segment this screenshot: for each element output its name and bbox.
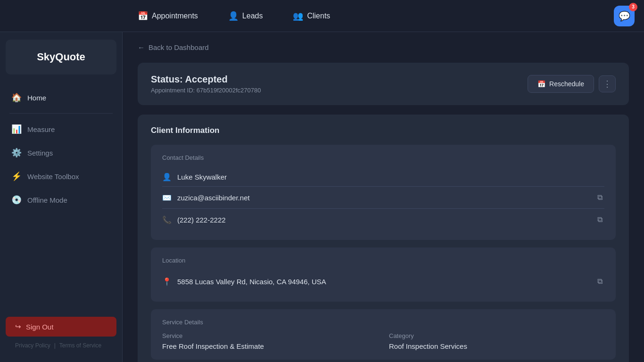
person-icon: 👤 [162, 173, 172, 181]
service-grid: Service Free Roof Inspection & Estimate … [162, 332, 604, 350]
main-layout: SkyQuote 🏠 Home 📊 Measure ⚙️ Settings ⚡ … [0, 32, 644, 362]
status-title: Status: Accepted [151, 74, 261, 85]
status-info: Status: Accepted Appointment ID: 67b519f… [151, 74, 261, 94]
category-label: Category [389, 332, 604, 339]
footer-separator: | [54, 342, 56, 349]
brand-logo: SkyQuote [6, 40, 116, 74]
contact-details-section: Contact Details 👤 Luke Skywalker ✉️ zuzi… [151, 145, 616, 240]
contact-name: 👤 Luke Skywalker [162, 173, 227, 181]
copy-phone-button[interactable]: ⧉ [595, 214, 604, 226]
sidebar-item-measure[interactable]: 📊 Measure [0, 117, 122, 141]
sidebar-nav: 🏠 Home 📊 Measure ⚙️ Settings ⚡ Website T… [0, 82, 122, 309]
service-col: Service Free Roof Inspection & Estimate [162, 332, 378, 350]
notification-button[interactable]: 💬 3 [614, 6, 635, 26]
location-icon: 📍 [162, 277, 172, 286]
location-section: Location 📍 5858 Lucas Valley Rd, Nicasio… [151, 247, 616, 302]
sidebar-offline-label: Offline Mode [27, 196, 67, 204]
terms-of-service-link[interactable]: Terms of Service [59, 342, 101, 349]
contact-name-value: Luke Skywalker [177, 173, 227, 181]
sidebar-footer: ↪ Sign Out Privacy Policy | Terms of Ser… [0, 309, 122, 362]
location-section-label: Location [162, 257, 604, 264]
sidebar-measure-label: Measure [27, 125, 55, 133]
category-value: Roof Inspection Services [389, 342, 604, 350]
more-icon: ⋮ [603, 79, 611, 89]
sign-out-label: Sign Out [26, 323, 53, 331]
privacy-policy-link[interactable]: Privacy Policy [15, 342, 50, 349]
signout-icon: ↪ [15, 322, 21, 331]
sidebar-item-settings[interactable]: ⚙️ Settings [0, 141, 122, 165]
nav-clients-label: Clients [307, 12, 330, 20]
service-label: Service [162, 332, 378, 339]
measure-icon: 📊 [11, 124, 22, 134]
back-link-label: Back to Dashboard [149, 43, 209, 51]
contact-section-label: Contact Details [162, 154, 604, 161]
service-details-section: Service Details Service Free Roof Inspec… [151, 309, 616, 360]
address-row: 📍 5858 Lucas Valley Rd, Nicasio, CA 9494… [162, 271, 604, 292]
email-icon: ✉️ [162, 193, 172, 202]
reschedule-label: Reschedule [549, 80, 584, 88]
more-options-button[interactable]: ⋮ [599, 75, 616, 92]
leads-icon: 👤 [228, 11, 239, 21]
reschedule-button[interactable]: 📅 Reschedule [528, 75, 594, 93]
nav-appointments[interactable]: 📅 Appointments [132, 7, 204, 25]
status-actions: 📅 Reschedule ⋮ [528, 75, 616, 93]
sidebar-divider-1 [9, 113, 113, 114]
sign-out-button[interactable]: ↪ Sign Out [6, 317, 116, 337]
appointments-icon: 📅 [138, 11, 148, 21]
appointment-id: Appointment ID: 67b519f20002fc270780 [151, 87, 261, 94]
category-col: Category Roof Inspection Services [389, 332, 604, 350]
sidebar-item-home[interactable]: 🏠 Home [0, 86, 122, 109]
sidebar-toolbox-label: Website Toolbox [27, 173, 79, 181]
calendar-icon: 📅 [537, 80, 545, 88]
contact-email-value: zuzica@asciibinder.net [177, 194, 250, 202]
top-nav-items: 📅 Appointments 👤 Leads 👥 Clients [132, 7, 336, 25]
contact-email: ✉️ zuzica@asciibinder.net [162, 193, 250, 202]
status-card: Status: Accepted Appointment ID: 67b519f… [138, 63, 629, 105]
footer-links: Privacy Policy | Terms of Service [6, 337, 116, 354]
nav-leads-label: Leads [242, 12, 263, 20]
address: 📍 5858 Lucas Valley Rd, Nicasio, CA 9494… [162, 277, 326, 286]
top-nav-right: 📅 Appointments 👤 Leads 👥 Clients 💬 3 [123, 7, 644, 25]
service-value: Free Roof Inspection & Estimate [162, 342, 378, 350]
clients-icon: 👥 [293, 11, 303, 21]
sidebar-home-label: Home [27, 94, 46, 102]
contact-name-row: 👤 Luke Skywalker [162, 168, 604, 187]
settings-icon: ⚙️ [11, 148, 22, 158]
sidebar-item-offline-mode[interactable]: 💿 Offline Mode [0, 188, 122, 212]
nav-leads[interactable]: 👤 Leads [223, 7, 269, 25]
toolbox-icon: ⚡ [11, 171, 22, 181]
back-arrow-icon: ← [138, 43, 145, 51]
contact-phone-value: (222) 222-2222 [177, 216, 226, 224]
copy-address-button[interactable]: ⧉ [595, 275, 604, 288]
back-to-dashboard[interactable]: ← Back to Dashboard [138, 43, 629, 51]
nav-appointments-label: Appointments [152, 12, 198, 20]
contact-phone: 📞 (222) 222-2222 [162, 215, 226, 224]
sidebar-item-website-toolbox[interactable]: ⚡ Website Toolbox [0, 165, 122, 188]
nav-clients[interactable]: 👥 Clients [287, 7, 336, 25]
top-nav: 📅 Appointments 👤 Leads 👥 Clients 💬 3 [0, 0, 644, 32]
notification-badge: 3 [629, 3, 637, 11]
sidebar-settings-label: Settings [27, 149, 53, 157]
main-content: ← Back to Dashboard Status: Accepted App… [123, 32, 644, 362]
sidebar: SkyQuote 🏠 Home 📊 Measure ⚙️ Settings ⚡ … [0, 32, 123, 362]
service-section-label: Service Details [162, 319, 604, 326]
client-info-card: Client Information Contact Details 👤 Luk… [138, 115, 629, 362]
contact-phone-row: 📞 (222) 222-2222 ⧉ [162, 209, 604, 230]
address-value: 5858 Lucas Valley Rd, Nicasio, CA 94946,… [177, 278, 326, 286]
offline-icon: 💿 [11, 195, 22, 205]
home-icon: 🏠 [11, 92, 22, 103]
chat-icon: 💬 [619, 10, 630, 22]
client-card-title: Client Information [151, 126, 616, 135]
copy-email-button[interactable]: ⧉ [595, 191, 604, 204]
phone-icon: 📞 [162, 215, 172, 224]
contact-email-row: ✉️ zuzica@asciibinder.net ⧉ [162, 187, 604, 209]
